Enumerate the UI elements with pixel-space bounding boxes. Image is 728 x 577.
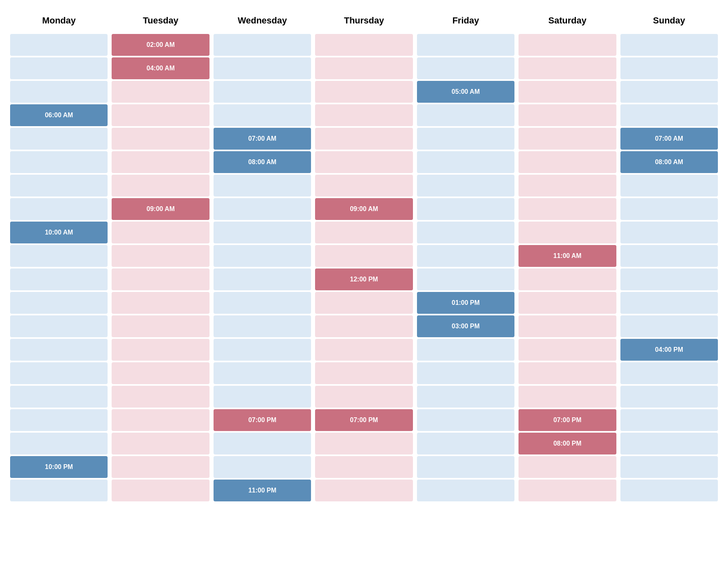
row-cell	[10, 362, 108, 384]
col-sunday: 07:00 AM08:00 AM04:00 PM	[618, 33, 720, 502]
row-cell[interactable]: 06:00 AM	[10, 104, 108, 126]
row-cell	[112, 128, 209, 150]
row-cell	[214, 268, 311, 290]
row-cell[interactable]: 03:00 PM	[417, 315, 514, 337]
header-sunday: Sunday	[618, 8, 720, 33]
row-cell	[518, 222, 616, 243]
row-cell	[112, 175, 209, 197]
col-wednesday: 07:00 AM08:00 AM07:00 PM11:00 PM	[212, 33, 313, 502]
row-cell	[315, 222, 413, 243]
col-tuesday: 02:00 AM04:00 AM09:00 AM	[110, 33, 211, 502]
row-cell	[620, 409, 718, 431]
row-cell	[10, 57, 108, 79]
row-cell	[417, 151, 514, 173]
row-cell[interactable]: 04:00 AM	[112, 57, 209, 79]
col-thursday: 09:00 AM12:00 PM07:00 PM	[313, 33, 415, 502]
row-cell	[417, 433, 514, 454]
row-cell	[112, 362, 209, 384]
row-cell	[10, 315, 108, 337]
row-cell	[10, 268, 108, 290]
row-cell	[315, 57, 413, 79]
row-cell	[10, 81, 108, 103]
row-cell	[10, 409, 108, 431]
row-cell	[620, 57, 718, 79]
row-cell[interactable]: 08:00 PM	[518, 433, 616, 454]
row-cell	[620, 456, 718, 478]
row-cell[interactable]: 05:00 AM	[417, 81, 514, 103]
row-cell	[417, 128, 514, 150]
row-cell	[112, 433, 209, 454]
row-cell	[10, 175, 108, 197]
row-cell	[518, 128, 616, 150]
row-cell	[112, 292, 209, 314]
row-cell	[620, 104, 718, 126]
row-cell	[214, 292, 311, 314]
row-cell	[112, 81, 209, 103]
row-cell	[315, 104, 413, 126]
row-cell	[112, 409, 209, 431]
row-cell	[518, 292, 616, 314]
row-cell	[417, 245, 514, 267]
row-cell	[518, 362, 616, 384]
row-cell[interactable]: 04:00 PM	[620, 339, 718, 361]
row-cell	[10, 339, 108, 361]
row-cell	[214, 104, 311, 126]
row-cell	[10, 480, 108, 501]
row-cell	[518, 34, 616, 56]
calendar-container: Monday Tuesday Wednesday Thursday Friday…	[8, 8, 720, 502]
row-cell[interactable]: 12:00 PM	[315, 268, 413, 290]
row-cell[interactable]: 07:00 AM	[214, 128, 311, 150]
row-cell	[315, 456, 413, 478]
row-cell[interactable]: 07:00 AM	[620, 128, 718, 150]
row-cell[interactable]: 07:00 PM	[518, 409, 616, 431]
row-cell	[10, 433, 108, 454]
row-cell	[112, 456, 209, 478]
row-cell	[315, 362, 413, 384]
header-saturday: Saturday	[516, 8, 618, 33]
row-cell	[214, 456, 311, 478]
row-cell	[112, 480, 209, 501]
row-cell[interactable]: 08:00 AM	[620, 151, 718, 173]
row-cell	[10, 292, 108, 314]
row-cell	[112, 315, 209, 337]
row-cell[interactable]: 09:00 AM	[112, 198, 209, 220]
row-cell	[10, 151, 108, 173]
header-thursday: Thursday	[313, 8, 415, 33]
col-saturday: 11:00 AM07:00 PM08:00 PM	[516, 33, 618, 502]
row-cell	[417, 198, 514, 220]
row-cell	[214, 175, 311, 197]
row-cell[interactable]: 09:00 AM	[315, 198, 413, 220]
row-cell	[112, 151, 209, 173]
row-cell[interactable]: 11:00 AM	[518, 245, 616, 267]
row-cell	[620, 34, 718, 56]
row-cell	[417, 362, 514, 384]
row-cell	[214, 198, 311, 220]
row-cell[interactable]: 08:00 AM	[214, 151, 311, 173]
row-cell[interactable]: 02:00 AM	[112, 34, 209, 56]
row-cell[interactable]: 07:00 PM	[214, 409, 311, 431]
day-headers: Monday Tuesday Wednesday Thursday Friday…	[8, 8, 720, 33]
row-cell	[214, 34, 311, 56]
row-cell	[620, 292, 718, 314]
row-cell	[417, 222, 514, 243]
row-cell[interactable]: 10:00 AM	[10, 222, 108, 243]
row-cell	[315, 386, 413, 408]
row-cell	[112, 386, 209, 408]
row-cell	[518, 268, 616, 290]
row-cell	[518, 480, 616, 501]
row-cell	[620, 175, 718, 197]
row-cell	[112, 245, 209, 267]
header-tuesday: Tuesday	[110, 8, 211, 33]
row-cell	[112, 339, 209, 361]
row-cell[interactable]: 07:00 PM	[315, 409, 413, 431]
row-cell	[620, 386, 718, 408]
row-cell	[315, 433, 413, 454]
row-cell	[315, 245, 413, 267]
row-cell[interactable]: 10:00 PM	[10, 456, 108, 478]
row-cell	[315, 339, 413, 361]
row-cell[interactable]: 11:00 PM	[214, 480, 311, 501]
row-cell	[315, 480, 413, 501]
row-cell	[620, 268, 718, 290]
row-cell[interactable]: 01:00 PM	[417, 292, 514, 314]
row-cell	[620, 362, 718, 384]
